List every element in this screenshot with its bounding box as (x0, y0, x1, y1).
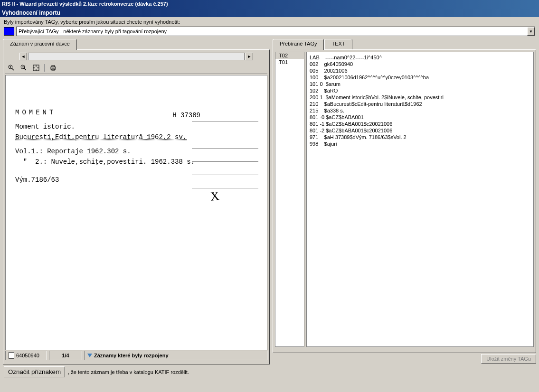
mark-flag-button[interactable]: Označit příznakem (4, 366, 65, 377)
tab-record-in-batch[interactable]: Záznam v pracovní dávce (3, 39, 77, 50)
save-tag-changes-button[interactable]: Uložit změny TAGu (481, 354, 536, 364)
card-image-viewer[interactable]: MOMENTH 37389 Moment istoric. Bucuresti,… (5, 75, 267, 350)
tab-prebrane-tagy[interactable]: Přebírané TAGy (273, 39, 324, 50)
window-titlebar: RIS II - Wizard převzetí výsledků 2.fáze… (0, 0, 539, 9)
window-subtitle: Vyhodnocení importu (0, 9, 539, 17)
status-page-counter: 1/4 (49, 351, 82, 360)
tab-text[interactable]: TEXT (324, 39, 352, 49)
record-text-area[interactable]: LAB -----nam0^22-----1i^450^ 002 gk64050… (306, 52, 534, 347)
zoom-in-icon[interactable] (6, 63, 17, 73)
dropdown-selected-text: Přebývající TAGy - některé záznamy byly … (19, 28, 167, 34)
bottom-description-text: , že tento záznam je třeba v katalogu KA… (68, 369, 189, 375)
document-icon (9, 352, 14, 359)
card-ruled-lines (192, 109, 258, 188)
zoom-out-icon[interactable] (19, 63, 29, 73)
tag-list-item[interactable]: .T02 (275, 52, 304, 59)
situation-dropdown[interactable]: Přebývající TAGy - některé záznamy byly … (16, 27, 535, 36)
status-record-id: 64050940 (5, 351, 47, 360)
svg-line-5 (24, 68, 26, 70)
toolbar-separator (44, 64, 45, 72)
situation-color-indicator (4, 27, 14, 36)
instruction-text: Byly importovány TAGy, vyberte prosím ja… (0, 17, 539, 26)
card-code: H 37389 (172, 112, 200, 119)
tag-list-item[interactable]: .T01 (275, 59, 304, 65)
funnel-icon (87, 354, 92, 357)
fit-to-window-icon[interactable] (31, 63, 41, 73)
tag-list[interactable]: .T02 .T01 (275, 52, 304, 347)
chevron-down-icon[interactable]: ▼ (527, 27, 535, 36)
svg-rect-13 (52, 65, 55, 67)
scroll-left-button[interactable]: ◄ (19, 53, 27, 60)
status-filter-description: Záznamy které byly rozpojeny (84, 351, 267, 360)
handwritten-x-mark: X (210, 189, 220, 204)
scroll-right-button[interactable]: ► (246, 53, 253, 60)
horizontal-scrollbar[interactable] (28, 53, 245, 60)
svg-line-1 (12, 68, 14, 70)
print-icon[interactable] (48, 63, 58, 73)
card-title: MOMENT (15, 109, 56, 116)
